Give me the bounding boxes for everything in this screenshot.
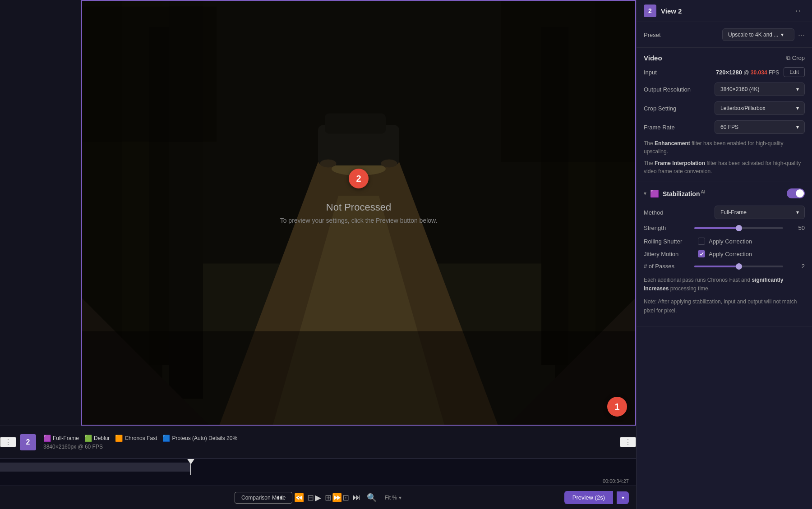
preset-controls: Upscale to 4K and ... ▾ ··· — [722, 28, 805, 41]
crop-button[interactable]: ⧉ Crop — [786, 55, 805, 62]
filter-chronos-icon: 🟧 — [115, 435, 123, 442]
stabilization-toggle[interactable] — [787, 188, 805, 198]
edit-button[interactable]: Edit — [784, 67, 805, 77]
passes-label: # of Passes — [644, 263, 689, 270]
frame-interpolation-bold: Frame Interpolation — [655, 160, 705, 166]
frame-rate-select[interactable]: 60 FPS ▾ — [715, 120, 805, 134]
scrubber-triangle — [187, 459, 194, 464]
strength-label: Strength — [644, 225, 689, 231]
video-section-title: Video — [644, 54, 662, 62]
panel-expand-button[interactable]: ↔ — [791, 5, 805, 17]
right-panel: 2 View 2 ↔ Preset Upscale to 4K and ... … — [636, 0, 812, 509]
crop-icon: ⧉ — [786, 55, 790, 62]
passes-fill — [694, 266, 739, 267]
method-label: Method — [644, 209, 663, 216]
strength-value: 50 — [789, 225, 805, 231]
scrubber-line — [190, 464, 191, 475]
passes-thumb[interactable] — [736, 263, 742, 270]
toggle-thumb — [796, 189, 804, 197]
method-select[interactable]: Full-Frame ▾ — [715, 206, 805, 219]
filter-fullframe-icon: 🟪 — [43, 435, 51, 442]
preview-badge-1: 1 — [607, 397, 627, 417]
rolling-shutter-checkbox[interactable]: Apply Correction — [698, 238, 752, 245]
passes-slider[interactable] — [694, 266, 783, 267]
pixel-note: Note: After applying stabilization, inpu… — [644, 298, 805, 315]
not-processed-title: Not Processed — [280, 202, 438, 213]
not-processed-subtitle: To preview your settings, click the Prev… — [280, 217, 438, 224]
not-processed-overlay: Not Processed To preview your settings, … — [280, 202, 438, 224]
enhancement-note: The Enhancement filter has been enabled … — [644, 139, 805, 156]
frame-rate-row: Frame Rate 60 FPS ▾ — [644, 120, 805, 134]
view-controls: Comparison Mode · ⊟ ⊞ ⊡ · 🔍 Fit % ▾ — [235, 491, 401, 504]
timeline-timestamp: 00:00:34:27 — [603, 478, 629, 484]
track-badge: 2 — [20, 434, 36, 450]
view-overlay-button[interactable]: ⊡ — [340, 491, 352, 504]
crop-setting-row: Crop Setting Letterbox/Pillarbox ▾ — [644, 101, 805, 115]
divider2: · — [357, 495, 359, 500]
comparison-mode-button[interactable]: Comparison Mode — [235, 492, 292, 504]
timeline-bar: ⋮ 2 🟪 Full-Frame 🟩 Deblur 🟧 — [0, 426, 636, 459]
output-resolution-label: Output Resolution — [644, 86, 691, 93]
frame-rate-label: Frame Rate — [644, 124, 675, 131]
crop-setting-select[interactable]: Letterbox/Pillarbox ▾ — [715, 101, 805, 115]
timeline-scrubber[interactable]: 00:00:34:27 — [0, 459, 636, 486]
divider: · — [298, 495, 299, 500]
panel-header: 2 View 2 ↔ — [637, 0, 812, 22]
passes-value: 2 — [789, 263, 805, 270]
video-section-header: Video ⧉ Crop — [644, 54, 805, 62]
jittery-motion-check[interactable] — [698, 250, 705, 257]
panel-title: View 2 — [661, 7, 787, 15]
output-resolution-select[interactable]: 3840×2160 (4K) ▾ — [715, 83, 805, 96]
panel-view-badge: 2 — [644, 5, 656, 17]
jittery-motion-apply-label: Apply Correction — [709, 251, 752, 257]
significantly-bold: significantly increases — [644, 277, 784, 292]
preview-container: Not Processed To preview your settings, … — [0, 0, 636, 509]
rolling-shutter-label: Rolling Shutter — [644, 238, 698, 245]
track-end-button[interactable]: ⋮ — [620, 437, 636, 447]
zoom-control[interactable]: Fit % ▾ — [385, 495, 401, 501]
video-section: Video ⧉ Crop Input 720×1280 @ 30.034 FPS — [637, 48, 812, 182]
strength-fill — [694, 227, 739, 229]
playback-controls: ⏮ ⏪ ▶ ⏩ ⏭ Comparison Mode · ⊟ ⊞ ⊡ · 🔍 Fi… — [0, 486, 636, 509]
rolling-shutter-check[interactable] — [698, 238, 705, 245]
filter-chronos: 🟧 Chronos Fast — [115, 435, 157, 442]
scrubber-filled — [0, 463, 191, 472]
filter-proteus-icon: 🟦 — [162, 435, 170, 442]
input-row: Input 720×1280 @ 30.034 FPS Edit — [644, 67, 805, 77]
scrubber-head[interactable] — [187, 459, 194, 475]
preset-section: Preset Upscale to 4K and ... ▾ ··· — [637, 22, 812, 48]
filter-proteus: 🟦 Proteus (Auto) Details 20% — [162, 435, 237, 442]
input-label: Input — [644, 69, 657, 76]
track-resolution: 3840×2160px @ 60 FPS — [43, 444, 616, 450]
preview-button[interactable]: Preview (2s) — [564, 491, 613, 504]
right-controls: Preview (2s) ▾ — [564, 491, 629, 504]
preset-row: Preset Upscale to 4K and ... ▾ ··· — [644, 28, 805, 41]
video-preview: Not Processed To preview your settings, … — [0, 0, 636, 426]
checkmark-icon — [699, 252, 704, 256]
jittery-motion-checkbox[interactable]: Apply Correction — [698, 250, 752, 257]
preview-dropdown-button[interactable]: ▾ — [617, 491, 629, 504]
input-resolution: 720×1280 @ 30.034 FPS — [716, 69, 779, 76]
enhancement-bold: Enhancement — [655, 140, 690, 147]
view-split-v-button[interactable]: ⊞ — [322, 491, 334, 504]
track-filters: 🟪 Full-Frame 🟩 Deblur 🟧 Chronos Fast — [43, 435, 616, 442]
stabilization-header: ▾ 🟪 StabilizationAI — [644, 188, 805, 198]
track-menu-button[interactable]: ⋮ — [0, 437, 16, 447]
strength-slider[interactable] — [694, 227, 783, 229]
stabilization-chevron[interactable]: ▾ — [644, 190, 646, 197]
preset-select[interactable]: Upscale to 4K and ... ▾ — [722, 28, 794, 41]
zoom-out-button[interactable]: 🔍 — [364, 491, 379, 504]
view-split-h-button[interactable]: ⊟ — [304, 491, 317, 504]
frame-interpolation-note: The Frame Interpolation filter has been … — [644, 159, 805, 175]
filter-deblur: 🟩 Deblur — [84, 435, 110, 442]
left-strip — [0, 0, 81, 426]
strength-thumb[interactable] — [736, 225, 742, 231]
strength-row: Strength 50 — [644, 225, 805, 231]
track-info: 🟪 Full-Frame 🟩 Deblur 🟧 Chronos Fast — [40, 435, 620, 450]
stabilization-icon: 🟪 — [650, 189, 659, 198]
preview-badge-2: 2 — [349, 169, 369, 188]
rolling-shutter-row: Rolling Shutter Apply Correction — [644, 238, 805, 245]
track-row: ⋮ 2 🟪 Full-Frame 🟩 Deblur 🟧 — [0, 426, 636, 459]
filter-deblur-icon: 🟩 — [84, 435, 92, 442]
preset-more-button[interactable]: ··· — [798, 30, 805, 40]
